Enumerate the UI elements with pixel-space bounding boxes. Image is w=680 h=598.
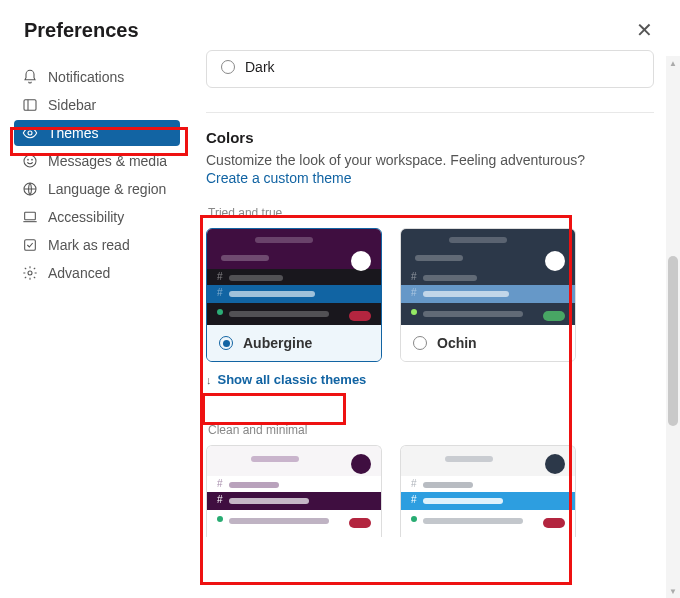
gear-icon xyxy=(22,265,38,281)
theme-card-aubergine[interactable]: ## Aubergine xyxy=(206,228,382,362)
sidebar-item-label: Mark as read xyxy=(48,237,130,253)
svg-point-4 xyxy=(28,159,29,160)
svg-rect-7 xyxy=(25,212,36,219)
svg-point-2 xyxy=(28,131,32,135)
sidebar-item-accessibility[interactable]: Accessibility xyxy=(14,204,180,230)
theme-name: Aubergine xyxy=(243,335,312,351)
sidebar-item-label: Notifications xyxy=(48,69,124,85)
sidebar-item-label: Advanced xyxy=(48,265,110,281)
close-icon: ✕ xyxy=(636,18,653,42)
panel-icon xyxy=(22,97,38,113)
sidebar-item-advanced[interactable]: Advanced xyxy=(14,260,180,286)
svg-point-3 xyxy=(24,155,36,167)
sidebar-item-language[interactable]: Language & region xyxy=(14,176,180,202)
svg-point-5 xyxy=(32,159,33,160)
group-tried-and-true: Tried and true xyxy=(208,206,654,220)
radio-dark[interactable] xyxy=(221,60,235,74)
sidebar-item-notifications[interactable]: Notifications xyxy=(14,64,180,90)
sidebar-item-themes[interactable]: Themes xyxy=(14,120,180,146)
sidebar-item-messages[interactable]: Messages & media xyxy=(14,148,180,174)
svg-rect-8 xyxy=(25,240,36,251)
check-box-icon xyxy=(22,237,38,253)
sidebar-item-label: Sidebar xyxy=(48,97,96,113)
sidebar-item-label: Themes xyxy=(48,125,99,141)
theme-card-ochin[interactable]: ## Ochin xyxy=(400,228,576,362)
svg-rect-0 xyxy=(24,100,36,111)
globe-icon xyxy=(22,181,38,197)
vertical-scrollbar[interactable]: ▲ ▼ xyxy=(666,56,680,598)
sidebar-item-label: Accessibility xyxy=(48,209,124,225)
create-custom-theme-link[interactable]: Create a custom theme xyxy=(206,170,654,186)
colors-heading: Colors xyxy=(206,129,654,146)
theme-preview-clean-2: ## xyxy=(401,446,575,537)
theme-preview-ochin: ## xyxy=(401,229,575,325)
scrollbar-thumb[interactable] xyxy=(668,256,678,426)
dark-label: Dark xyxy=(245,59,275,75)
radio-ochin[interactable] xyxy=(413,336,427,350)
show-all-label: Show all classic themes xyxy=(218,372,367,387)
page-title: Preferences xyxy=(24,19,139,42)
sidebar-item-label: Language & region xyxy=(48,181,166,197)
eye-icon xyxy=(22,125,38,141)
close-button[interactable]: ✕ xyxy=(632,18,656,42)
group-clean-and-minimal: Clean and minimal xyxy=(208,423,654,437)
smile-icon xyxy=(22,153,38,169)
sidebar-item-label: Messages & media xyxy=(48,153,167,169)
arrow-down-icon: ↓ xyxy=(206,374,212,386)
theme-card-clean-1[interactable]: ## xyxy=(206,445,382,537)
theme-card-clean-2[interactable]: ## xyxy=(400,445,576,537)
theme-preview-clean-1: ## xyxy=(207,446,381,537)
theme-name: Ochin xyxy=(437,335,477,351)
appearance-option-dark[interactable]: Dark xyxy=(206,50,654,88)
divider xyxy=(206,112,654,113)
theme-preview-aubergine: ## xyxy=(207,229,381,325)
scroll-up-icon[interactable]: ▲ xyxy=(666,56,680,70)
themes-content: Dark Colors Customize the look of your w… xyxy=(190,50,680,590)
preferences-sidebar: Notifications Sidebar Themes Messages & … xyxy=(0,50,190,590)
bell-icon xyxy=(22,69,38,85)
sidebar-item-sidebar[interactable]: Sidebar xyxy=(14,92,180,118)
laptop-icon xyxy=(22,209,38,225)
scroll-down-icon[interactable]: ▼ xyxy=(666,584,680,598)
sidebar-item-mark-as-read[interactable]: Mark as read xyxy=(14,232,180,258)
colors-description: Customize the look of your workspace. Fe… xyxy=(206,152,654,168)
svg-point-9 xyxy=(28,271,32,275)
show-all-classic-themes-link[interactable]: ↓ Show all classic themes xyxy=(206,372,366,387)
radio-aubergine[interactable] xyxy=(219,336,233,350)
